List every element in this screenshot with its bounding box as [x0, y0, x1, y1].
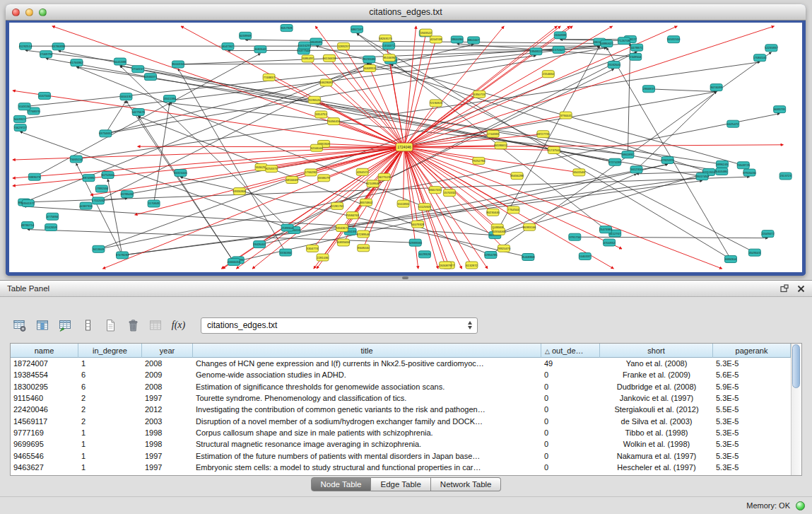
graph-node[interactable]: 10554069 [493, 228, 506, 235]
table-cell[interactable]: 18724007 [11, 359, 78, 368]
graph-node[interactable]: 5861892 [622, 151, 634, 158]
graph-node[interactable]: 58269175 [379, 35, 392, 42]
graph-node[interactable]: 2281036 [317, 254, 329, 261]
function-builder-button[interactable]: f(x) [170, 317, 187, 334]
graph-node[interactable]: 5314751 [315, 111, 327, 118]
graph-node[interactable]: 15511390 [163, 95, 177, 103]
table-cell[interactable]: Estimation of the future numbers of pati… [193, 452, 541, 460]
graph-node[interactable]: 1570647 [553, 46, 565, 53]
graph-node[interactable]: 28017452 [695, 173, 709, 180]
table-row[interactable]: 977716911998Corpus callosum shape and si… [11, 427, 791, 438]
row-view-button[interactable] [79, 317, 97, 334]
graph-node[interactable]: 87926430 [743, 169, 756, 176]
table-cell[interactable]: 5.3E-5 [713, 394, 791, 402]
graph-edge[interactable] [20, 132, 288, 228]
column-header-in-degree[interactable]: in_degree [78, 344, 142, 358]
table-cell[interactable]: 1 [78, 359, 142, 368]
table-cell[interactable]: Nakamura et al. (1997) [600, 452, 713, 460]
graph-node[interactable]: 86993166 [523, 223, 536, 230]
graph-node[interactable]: 4896245 [716, 160, 728, 168]
table-cell[interactable]: 2012 [142, 405, 193, 414]
table-cell[interactable]: 6 [78, 382, 142, 391]
graph-node[interactable]: 55531510 [667, 36, 681, 43]
table-cell[interactable]: de Silva et al. (2003) [600, 417, 713, 426]
graph-edge[interactable] [404, 33, 426, 147]
table-cell[interactable]: 2 [78, 405, 142, 414]
graph-node[interactable]: 19426401 [253, 241, 266, 248]
graph-edge[interactable] [228, 49, 558, 50]
table-cell[interactable]: 18300295 [11, 382, 78, 391]
table-cell[interactable]: 5.6E-5 [713, 370, 791, 379]
graph-node[interactable]: 2634938 [554, 32, 566, 39]
tab-edge-table[interactable]: Edge Table [371, 477, 430, 491]
table-cell[interactable]: 9777169 [11, 428, 78, 437]
graph-node[interactable]: 40666051 [228, 258, 241, 265]
graph-node[interactable]: 32956785 [484, 252, 498, 259]
graph-node[interactable]: 1943522 [420, 29, 432, 36]
graph-node[interactable]: 3086497 [302, 55, 314, 62]
graph-node[interactable]: 3195520 [308, 96, 320, 103]
table-cell[interactable]: Stergiakouli et al. (2012) [600, 405, 713, 414]
table-cell[interactable]: 49 [541, 359, 600, 368]
network-select-combo[interactable]: citations_edges.txt [201, 317, 478, 334]
import-table-button[interactable] [147, 317, 165, 334]
graph-node[interactable]: 37825976 [661, 156, 674, 163]
graph-node[interactable]: 3336384 [280, 249, 292, 256]
table-cell[interactable]: 2003 [142, 417, 193, 426]
graph-node[interactable]: 59407431 [428, 187, 442, 194]
table-cell[interactable]: 6 [78, 370, 142, 379]
graph-node[interactable]: 41292514 [19, 42, 33, 49]
graph-node[interactable]: 1766282 [305, 169, 317, 176]
graph-node[interactable]: 66315006 [174, 170, 187, 177]
graph-node[interactable]: 5677023 [378, 173, 390, 180]
graph-edge[interactable] [24, 206, 495, 235]
graph-node[interactable]: 70509725 [736, 162, 750, 169]
graph-edge[interactable] [391, 64, 755, 252]
graph-node[interactable]: 8000334 [172, 61, 184, 68]
table-cell[interactable]: 1997 [142, 452, 193, 460]
graph-edge[interactable] [649, 89, 717, 92]
graph-node[interactable]: 7748837 [263, 74, 275, 81]
graph-node[interactable]: 70584763 [346, 212, 359, 219]
graph-edge[interactable] [404, 134, 543, 147]
table-row[interactable]: 969969511998Structural magnetic resonanc… [11, 438, 791, 450]
table-cell[interactable]: Estimation of significance thresholds fo… [193, 382, 541, 391]
table-cell[interactable]: 0 [541, 428, 600, 437]
graph-node[interactable]: 47289540 [357, 230, 370, 238]
graph-node[interactable]: 2189304 [281, 224, 293, 231]
graph-node[interactable]: 8802447 [468, 37, 480, 44]
graph-node[interactable]: 72190923 [429, 100, 442, 107]
graph-edge[interactable] [24, 64, 369, 202]
graph-node[interactable]: 5143130 [18, 103, 30, 110]
graph-node[interactable]: 8874985 [83, 175, 95, 182]
graph-edge[interactable] [404, 147, 404, 204]
close-button[interactable] [12, 8, 20, 16]
graph-node[interactable]: 81766962 [70, 59, 83, 66]
graph-node[interactable]: 87274285 [608, 158, 622, 165]
graph-node[interactable]: 78920470 [498, 245, 511, 252]
graph-edge[interactable] [404, 147, 722, 269]
tab-network-table[interactable]: Network Table [431, 477, 502, 491]
graph-node[interactable]: 17069794 [40, 51, 53, 58]
graph-node[interactable]: 6816669 [286, 176, 298, 183]
table-cell[interactable]: Wolkin et al. (1998) [600, 440, 713, 448]
graph-node[interactable]: 13948111 [529, 48, 543, 55]
column-header-short[interactable]: short [600, 344, 713, 358]
table-cell[interactable]: 0 [541, 394, 600, 402]
graph-node[interactable]: 53561372 [21, 199, 35, 206]
show-columns-button[interactable] [34, 317, 52, 334]
table-cell[interactable]: 1998 [142, 428, 193, 437]
graph-node[interactable]: 17112032 [92, 197, 105, 204]
minimize-button[interactable] [25, 8, 33, 16]
table-cell[interactable]: 1 [78, 428, 142, 437]
table-cell[interactable]: 22420046 [11, 405, 78, 414]
graph-node[interactable]: 78233082 [363, 56, 376, 63]
table-cell[interactable]: Yano et al. (2008) [600, 359, 713, 368]
table-cell[interactable]: 0 [541, 440, 600, 448]
table-cell[interactable]: Tourette syndrome. Phenomenology and cla… [193, 394, 541, 402]
graph-node[interactable]: 40835658 [337, 239, 351, 246]
graph-node[interactable]: 8057928 [281, 25, 293, 32]
graph-node[interactable]: 49780714 [21, 222, 35, 229]
graph-node[interactable]: 3800090 [451, 36, 463, 43]
table-cell[interactable]: Genome-wide association studies in ADHD. [193, 370, 541, 379]
